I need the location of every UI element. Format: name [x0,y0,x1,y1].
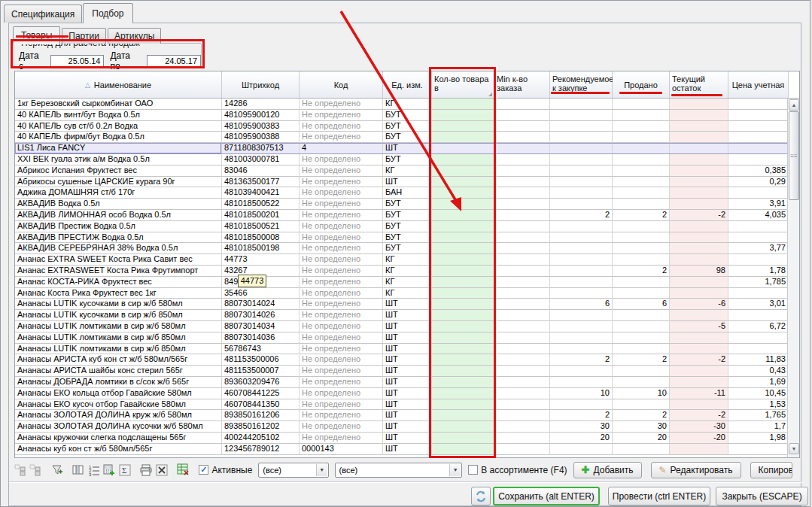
cell-edit-tooltip: 44773 [238,275,266,287]
column-header-recommended[interactable]: Рекомендуемое к закупке [550,71,613,98]
column-header-barcode[interactable]: Штрихкод [222,71,300,98]
active-checkbox[interactable]: ✓ [199,465,208,475]
column-header-min[interactable]: Min к-во заказа [494,71,550,98]
tree-collapse-icon[interactable] [29,463,41,478]
date-to-input[interactable]: 24.05.17 [147,55,201,68]
sort-ascending-icon: △ [85,80,90,90]
table-row[interactable]: LIS1 Лиса FANCY 8711808307513 4 ШТ [15,143,789,154]
tab-specification[interactable]: Спецификация [4,5,82,23]
copy-button[interactable]: Копировать [750,462,793,478]
edit-button[interactable]: ✎Редактировать [651,462,741,478]
scroll-down-button[interactable]: ▼ [789,443,799,454]
column-header-name[interactable]: △Наименование [15,71,222,98]
table-row[interactable]: АКВАДИВ Водка 0.5л 481018500522 Не опред… [15,199,789,210]
table-row[interactable]: Ананасы ЕКО кусоч отбор Гавайские 580мл … [15,399,789,411]
column-header-unit[interactable]: Ед. изм. [383,71,432,98]
vertical-scrollbar[interactable]: ▲ ≡≡ ▼ [787,99,799,457]
table-row[interactable]: Ананасы LUTIK ломтиками в сир ж/б 850мл … [15,332,789,344]
calculator-add-icon[interactable] [103,463,115,478]
print-icon[interactable] [140,463,152,478]
column-header-price[interactable]: Цена учетная [728,71,789,98]
table-row[interactable]: Ананас Коста Рика Фруктест вес 1кг 35466… [15,288,789,299]
refresh-button[interactable] [471,487,491,505]
table-row[interactable]: Ананасы АРИСТА шайбы конс стерил 565г 48… [15,366,789,377]
table-row[interactable]: Аджика ДОМАШНЯЯ ст/б 170г 481039400421 Н… [15,187,789,199]
scroll-thumb[interactable]: ≡≡ [789,111,799,200]
row-numbering-icon[interactable]: 123 [88,463,100,478]
table-clear-icon[interactable] [177,463,190,478]
table-row[interactable]: Ананасы ЕКО кольца отбор Гавайские 580мл… [15,388,789,399]
footer-bar: Сохранить (alt ENTER) Провести (ctrl ENT… [9,481,801,506]
active-checkbox-label: Активные [211,465,252,475]
sub-tab-bar: Товары Партии Артикулы [13,26,163,44]
chevron-down-icon: ▼ [316,464,327,476]
add-button[interactable]: ✚Добавить [573,462,642,478]
table-row[interactable]: 40 КАПЕЛЬ сув ст/б 0.2л Водка 4810959003… [15,121,789,132]
tab-podbor[interactable]: Подбор [83,3,132,23]
table-row[interactable]: Ананасы ДОБРАДА ломтики в с/сок ж/б 565г… [15,377,789,388]
table-row[interactable]: Ананас EXTRA SWEET Коста Рика Савит вес … [15,254,789,266]
column-header-stock[interactable]: Текущий остаток [670,71,728,98]
period-groupbox: Период для расчета продаж Дата с 25.05.1… [14,43,202,67]
table-header: △Наименование Штрихкод Код Ед. изм. Кол-… [15,71,799,99]
column-header-qty[interactable]: Кол-во товара в [432,71,494,98]
table-row[interactable]: Ананасы кружочки слегка подслащены 565г … [15,433,789,444]
table-row[interactable]: Абрикосы сушеные ЦАРСКИЕ курага 90г 4813… [15,177,789,188]
table-row[interactable]: Ананас EXTRASWEET Коста Рика Фрутимпорт … [15,266,789,277]
table-row[interactable]: АКВАДИВ ПРЕСТИЖ Водка 0.5л 481018500008 … [15,232,789,244]
bottom-toolbar: 123 Σ ✓ Активные (все)▼ (все)▼ В ассорти… [9,459,801,481]
table-row[interactable]: 1кг Березовский сыркомбинат ОАО 14286 Не… [15,99,789,110]
table-row[interactable]: Ананасы LUTIK кусочками в сир ж/б 580мл … [15,299,789,310]
filter-dropdown-2[interactable]: (все)▼ [335,463,463,478]
main-tab-bar: Спецификация Подбор [4,2,134,23]
table-row[interactable]: Ананасы АРИСТА куб кон ст ж/б 580мл/565г… [15,354,789,366]
table-row[interactable]: Ананасы куб кон ст ж/б 580мл/565г 123456… [15,444,789,455]
tab-partii[interactable]: Партии [62,28,106,44]
scroll-up-button[interactable]: ▲ [789,99,799,111]
svg-text:3: 3 [89,472,92,476]
save-button[interactable]: Сохранить (alt ENTER) [493,487,600,505]
table-row[interactable]: Абрикос Испания Фруктест вес 83046 Не оп… [15,165,789,177]
assortment-checkbox[interactable] [468,465,478,475]
sum-icon[interactable]: Σ [119,463,131,478]
products-table: △Наименование Штрихкод Код Ед. изм. Кол-… [14,71,800,458]
date-from-label: Дата с [19,50,46,71]
filter-dropdown-1[interactable]: (все)▼ [258,463,328,478]
column-menu-indicator [488,93,492,96]
tree-expand-icon[interactable] [14,463,26,478]
table-row[interactable]: Ананасы LUTIK кусочками в сир ж/б 850мл … [15,310,789,321]
column-header-code[interactable]: Код [300,71,383,98]
close-button[interactable]: Закрыть (ESCAPE) [716,487,808,505]
pencil-icon: ✎ [659,465,667,475]
date-from-input[interactable]: 25.05.14 [50,55,105,68]
plus-icon: ✚ [582,464,590,475]
refresh-icon [475,490,487,502]
date-to-label: Дата по [110,50,142,71]
table-body: 1кг Березовский сыркомбинат ОАО 14286 Не… [15,99,789,458]
post-button[interactable]: Провести (ctrl ENTER) [608,487,710,505]
table-row[interactable]: Ананасы ЗОЛОТАЯ ДОЛИНА кусочки ж/б 580мл… [15,421,789,433]
export-excel-icon[interactable] [156,463,168,478]
table-row[interactable]: АКВАДИВ Престиж Водка 0.5л 481018500521 … [15,221,789,232]
table-row[interactable]: 40 КАПЕЛЬ винт/бут Водка 0.5л 4810959001… [15,110,789,121]
column-header-sold[interactable]: Продано [613,71,670,98]
assortment-checkbox-label: В ассортименте (F4) [481,465,567,475]
table-row[interactable]: XXI ВЕК гуала этик а/м Водка 0.5л 481003… [15,154,789,165]
table-row[interactable]: Ананас КОСТА-РИКА Фруктест вес 849 Не оп… [15,277,789,288]
table-row[interactable]: АКВАДИВ ЛИМОННАЯ особ Водка 0.5л 4810185… [15,210,789,221]
svg-text:Σ: Σ [122,466,126,475]
table-row[interactable]: АКВАДИВ СЕРЕБРЯНАЯ 38% Водка 0.5л 481018… [15,243,789,254]
chevron-down-icon: ▼ [449,464,461,476]
table-row[interactable]: Ананасы LUTIK ломтиками в сир ж/б 850мл … [15,344,789,355]
tab-artikuly[interactable]: Артикулы [108,28,161,44]
table-row[interactable]: 40 КАПЕЛЬ фирм/бут Водка 0.5л 4810959003… [15,132,789,143]
filter-add-icon[interactable] [51,463,63,478]
tab-tovary[interactable]: Товары [13,26,60,44]
table-row[interactable]: Ананасы ЗОЛОТАЯ ДОЛИНА круж ж/б 580мл 89… [15,410,789,421]
app-window: Спецификация Подбор Товары Партии Артику… [0,0,810,507]
table-row[interactable]: Ананасы LUTIK ломтиками в сир ж/б 580мл … [15,321,789,332]
column-settings-icon[interactable] [72,463,84,478]
